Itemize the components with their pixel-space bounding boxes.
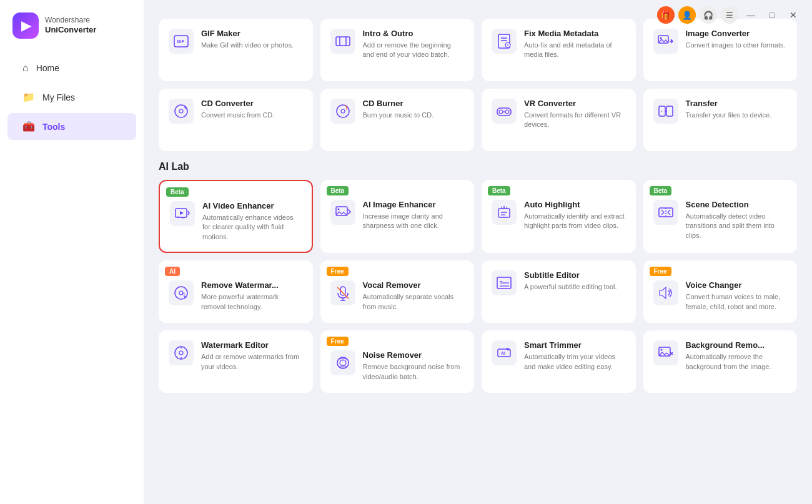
cd-burner-icon (330, 99, 355, 124)
user-button[interactable]: 👤 (678, 6, 696, 24)
card-gif-maker[interactable]: GIF GIF Maker Make Gif with video or pho… (159, 19, 313, 81)
remove-watermark-title: Remove Watermar... (201, 280, 303, 290)
ai-lab-grid-row3: Watermark Editor Add or remove watermark… (159, 330, 797, 393)
card-fix-metadata[interactable]: Fix Media Metadata Auto-fix and edit met… (482, 19, 636, 81)
fix-metadata-desc: Auto-fix and edit metadata of media file… (524, 41, 626, 60)
logo-icon: ▶ (12, 12, 39, 39)
gif-maker-icon: GIF (169, 29, 194, 54)
intro-outro-desc: Add or remove the beginning and end of y… (363, 41, 465, 60)
svg-point-63 (660, 349, 662, 351)
image-converter-icon (653, 29, 678, 54)
sidebar-item-my-files[interactable]: 📁 My Files (7, 84, 136, 111)
svg-text:GIF: GIF (177, 39, 184, 44)
card-noise-remover[interactable]: Free Noise Remover Remove background noi… (320, 330, 475, 393)
svg-rect-35 (659, 208, 673, 217)
headset-button[interactable]: 🎧 (700, 6, 717, 24)
svg-rect-11 (658, 36, 668, 43)
sidebar: ▶ Wondershare UniConverter ⌂ Home 📁 My F… (0, 0, 144, 504)
ai-video-enhancer-badge: Beta (166, 187, 189, 197)
cd-burner-title: CD Burner (363, 99, 465, 108)
ai-image-enhancer-icon (330, 200, 355, 225)
transfer-icon (653, 99, 678, 124)
ai-image-enhancer-desc: Increase image clarity and sharpness wit… (363, 212, 465, 231)
card-vr-converter[interactable]: VR Converter Convert formats for differe… (482, 89, 636, 151)
remove-watermark-icon (169, 280, 194, 305)
card-watermark-editor[interactable]: Watermark Editor Add or remove watermark… (159, 330, 313, 393)
sidebar-item-home-label: Home (36, 63, 59, 73)
cd-converter-title: CD Converter (201, 99, 303, 108)
voice-changer-icon (653, 280, 678, 305)
subtitle-editor-desc: A powerful subtitle editing tool. (524, 282, 626, 292)
svg-marker-48 (660, 287, 666, 299)
fix-metadata-icon (492, 29, 517, 54)
card-cd-burner[interactable]: CD Burner Burn your music to CD. (320, 89, 475, 151)
watermark-editor-title: Watermark Editor (201, 340, 303, 350)
smart-trimmer-desc: Automatically trim your videos and make … (524, 352, 626, 372)
gif-maker-desc: Make Gif with video or photos. (201, 41, 303, 50)
background-remover-icon (653, 340, 678, 365)
noise-remover-title: Noise Remover (363, 350, 465, 360)
image-converter-desc: Convert images to other formats. (686, 41, 788, 50)
subtitle-editor-icon: T (492, 270, 517, 295)
vr-converter-icon (492, 99, 517, 124)
subtitle-editor-title: Subtitle Editor (524, 270, 626, 280)
card-intro-outro[interactable]: Intro & Outro Add or remove the beginnin… (320, 19, 475, 81)
card-ai-image-enhancer[interactable]: Beta AI Image Enhancer Increase image cl… (320, 180, 475, 253)
card-subtitle-editor[interactable]: T Subtitle Editor A powerful subtitle ed… (482, 260, 636, 323)
cd-converter-desc: Convert music from CD. (201, 111, 303, 120)
svg-point-19 (505, 110, 509, 114)
close-button[interactable]: ✕ (785, 6, 802, 24)
svg-rect-29 (498, 209, 510, 217)
home-icon: ⌂ (22, 62, 29, 74)
scene-detection-title: Scene Detection (686, 200, 788, 209)
gift-button[interactable]: 🎁 (657, 6, 675, 24)
vr-converter-desc: Convert formats for different VR devices… (524, 111, 626, 130)
vocal-remover-badge: Free (327, 267, 349, 276)
ai-lab-grid-row1: Beta AI Video Enhancer Automatically enh… (159, 180, 797, 253)
noise-remover-badge: Free (327, 337, 349, 346)
scene-detection-desc: Automatically detect video transitions a… (686, 212, 788, 240)
svg-marker-26 (180, 211, 184, 215)
card-background-remover[interactable]: Background Remo... Automatically remove … (643, 330, 798, 393)
card-remove-watermark[interactable]: AI Remove Watermar... More powerful wate… (159, 260, 313, 323)
card-voice-changer[interactable]: Free Voice Changer Convert human voices … (643, 260, 798, 323)
ai-video-enhancer-icon (170, 201, 195, 226)
background-remover-desc: Automatically remove the background from… (686, 352, 788, 372)
files-icon: 📁 (22, 91, 35, 103)
sidebar-item-tools[interactable]: 🧰 Tools (7, 113, 136, 140)
watermark-editor-icon (169, 340, 194, 365)
auto-highlight-desc: Automatically identify and extract highl… (524, 212, 626, 231)
vocal-remover-desc: Automatically separate vocals from music… (363, 292, 465, 312)
remove-watermark-badge: AI (165, 267, 180, 276)
sidebar-item-home[interactable]: ⌂ Home (7, 55, 136, 81)
svg-point-28 (337, 209, 339, 210)
gif-maker-title: GIF Maker (201, 29, 303, 38)
noise-remover-desc: Remove background noise from video/audio… (363, 362, 465, 382)
intro-outro-icon (330, 29, 355, 54)
ai-image-enhancer-title: AI Image Enhancer (363, 200, 465, 209)
auto-highlight-title: Auto Highlight (524, 200, 626, 209)
card-cd-converter[interactable]: CD Converter Convert music from CD. (159, 89, 313, 151)
card-transfer[interactable]: Transfer Transfer your files to device. (643, 89, 798, 151)
svg-point-54 (337, 357, 349, 368)
menu-button[interactable]: ☰ (721, 6, 738, 24)
card-smart-trimmer[interactable]: AI Smart Trimmer Automatically trim your… (482, 330, 636, 393)
tools-grid-row2: CD Converter Convert music from CD. CD B… (159, 89, 797, 151)
smart-trimmer-icon: AI (492, 340, 517, 365)
ai-lab-grid-row2: AI Remove Watermar... More powerful wate… (159, 260, 797, 323)
remove-watermark-desc: More powerful watermark removal technolo… (201, 292, 303, 312)
minimize-button[interactable]: — (742, 6, 760, 24)
card-ai-video-enhancer[interactable]: Beta AI Video Enhancer Automatically enh… (159, 180, 313, 253)
card-scene-detection[interactable]: Beta Scene Detection Automatically detec… (643, 180, 798, 253)
logo-area: ▶ Wondershare UniConverter (0, 12, 144, 54)
logo-text: Wondershare UniConverter (45, 16, 96, 36)
svg-point-12 (660, 37, 661, 39)
card-vocal-remover[interactable]: Free Vocal Remover Automatically separat… (320, 260, 475, 323)
watermark-editor-desc: Add or remove watermarks from your video… (201, 352, 303, 372)
scene-detection-icon (653, 200, 678, 225)
maximize-button[interactable]: □ (763, 6, 781, 24)
auto-highlight-badge: Beta (488, 186, 510, 195)
svg-point-18 (499, 110, 503, 114)
scene-detection-badge: Beta (650, 186, 672, 195)
card-auto-highlight[interactable]: Beta Auto Highlight Automatically identi… (482, 180, 636, 253)
